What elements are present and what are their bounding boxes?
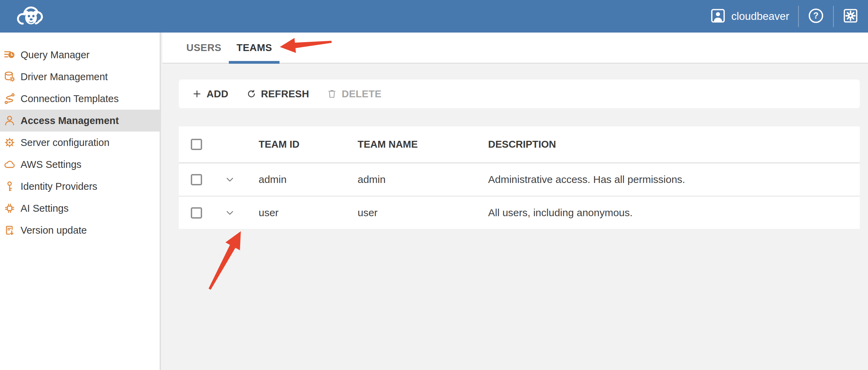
sidebar-item-access-management[interactable]: Access Management bbox=[0, 110, 160, 132]
row-checkbox[interactable] bbox=[191, 207, 202, 219]
help-button[interactable]: ? bbox=[808, 8, 824, 25]
sidebar-item-driver-management[interactable]: Driver Management bbox=[0, 66, 160, 88]
sidebar-item-ai-settings[interactable]: AI Settings bbox=[0, 197, 160, 219]
header-divider bbox=[798, 6, 799, 27]
cell-description: Administrative access. Has all permissio… bbox=[488, 174, 860, 185]
table-row-user: user user All users, including anonymous… bbox=[179, 196, 860, 229]
sidebar-item-label: Query Manager bbox=[21, 49, 90, 61]
query-history-icon bbox=[3, 49, 16, 61]
chevron-down-icon[interactable] bbox=[224, 174, 236, 185]
teams-table: TEAM ID TEAM NAME DESCRIPTION admin admi… bbox=[179, 126, 860, 229]
table-row-admin: admin admin Administrative access. Has a… bbox=[179, 163, 860, 196]
tab-users[interactable]: USERS bbox=[179, 33, 229, 63]
key-icon bbox=[3, 180, 16, 193]
tab-users-label: USERS bbox=[186, 42, 221, 53]
username-label: cloudbeaver bbox=[731, 10, 789, 23]
add-button[interactable]: ADD bbox=[183, 79, 237, 108]
user-icon bbox=[3, 114, 16, 127]
settings-gear-icon bbox=[843, 8, 858, 25]
database-driver-icon bbox=[3, 71, 16, 83]
sidebar-item-label: Connection Templates bbox=[21, 93, 119, 104]
sidebar-item-identity-providers[interactable]: Identity Providers bbox=[0, 175, 160, 197]
plus-icon bbox=[192, 89, 202, 99]
cell-description: All users, including anonymous. bbox=[488, 207, 860, 219]
trash-icon bbox=[327, 89, 337, 99]
sidebar-item-version-update[interactable]: Version update bbox=[0, 219, 160, 241]
tab-teams-label: TEAMS bbox=[236, 42, 272, 53]
settings-button[interactable] bbox=[843, 8, 858, 25]
delete-button-label: DELETE bbox=[342, 88, 381, 100]
chevron-down-icon[interactable] bbox=[224, 207, 236, 219]
cell-team-id: user bbox=[259, 207, 358, 219]
column-header-team-name: TEAM NAME bbox=[358, 139, 488, 150]
sidebar-item-query-manager[interactable]: Query Manager bbox=[0, 44, 160, 66]
sidebar-item-server-configuration[interactable]: Server configuration bbox=[0, 132, 160, 153]
avatar-icon bbox=[710, 8, 726, 25]
refresh-button-label: REFRESH bbox=[261, 88, 309, 100]
sidebar-item-label: Server configuration bbox=[21, 137, 110, 148]
teams-table-header: TEAM ID TEAM NAME DESCRIPTION bbox=[179, 126, 860, 163]
tab-teams[interactable]: TEAMS bbox=[229, 33, 280, 63]
cell-team-name: user bbox=[358, 207, 488, 219]
header-divider bbox=[833, 6, 834, 27]
add-button-label: ADD bbox=[207, 88, 228, 100]
sidebar-item-label: Access Management bbox=[21, 115, 119, 126]
cloudbeaver-admin-app: cloudbeaver ? bbox=[0, 0, 868, 370]
delete-button[interactable]: DELETE bbox=[318, 79, 390, 108]
sidebar-item-aws-settings[interactable]: AWS Settings bbox=[0, 153, 160, 175]
row-checkbox[interactable] bbox=[191, 174, 202, 185]
chip-icon bbox=[3, 202, 16, 214]
column-header-team-id: TEAM ID bbox=[259, 139, 358, 150]
version-update-icon bbox=[3, 224, 16, 236]
refresh-icon bbox=[246, 89, 257, 99]
sidebar-item-label: AWS Settings bbox=[21, 159, 82, 170]
sidebar-item-label: AI Settings bbox=[21, 203, 69, 214]
svg-text:?: ? bbox=[813, 11, 818, 20]
admin-sidebar: Query Manager Driver Management bbox=[0, 33, 161, 370]
connection-template-icon bbox=[3, 92, 16, 105]
cell-team-name: admin bbox=[358, 174, 488, 185]
help-icon: ? bbox=[808, 8, 824, 25]
user-menu[interactable]: cloudbeaver bbox=[710, 8, 789, 25]
access-management-tabs: USERS TEAMS bbox=[162, 33, 868, 64]
select-all-checkbox[interactable] bbox=[191, 139, 202, 150]
teams-toolbar: ADD REFRESH bbox=[179, 79, 860, 108]
sidebar-item-label: Identity Providers bbox=[21, 181, 97, 192]
sidebar-item-label: Driver Management bbox=[21, 71, 108, 83]
sidebar-item-connection-templates[interactable]: Connection Templates bbox=[0, 88, 160, 110]
header-actions: cloudbeaver ? bbox=[710, 0, 858, 33]
cell-team-id: admin bbox=[259, 174, 358, 185]
app-header: cloudbeaver ? bbox=[0, 0, 868, 33]
column-header-description: DESCRIPTION bbox=[488, 139, 860, 150]
access-management-page: USERS TEAMS ADD bbox=[162, 33, 868, 370]
cloud-icon bbox=[3, 158, 16, 171]
refresh-button[interactable]: REFRESH bbox=[237, 79, 318, 108]
sidebar-item-label: Version update bbox=[21, 225, 87, 236]
cloudbeaver-logo-icon bbox=[13, 4, 47, 29]
gear-icon bbox=[3, 136, 16, 149]
